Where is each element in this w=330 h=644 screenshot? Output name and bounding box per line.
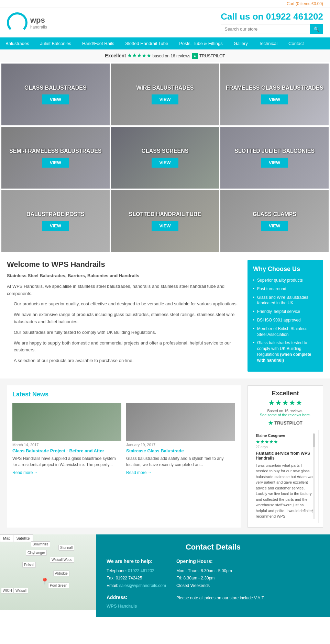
view-wire-bal-btn[interactable]: VIEW [152, 94, 178, 104]
why-bold: (when complete with handrail) [257, 352, 311, 363]
news-title-1[interactable]: Glass Balustrade Project - Before and Af… [12, 448, 121, 453]
contact-hours-title: Opening Hours: [176, 558, 264, 564]
map-tab: Map Satellite [0, 534, 33, 542]
main-content: Welcome to WPS Handrails Stainless Steel… [0, 253, 330, 379]
product-card-semi-frame: SEMI-FRAMELESS BALUSTRADES VIEW [1, 127, 110, 189]
scrollbar[interactable] [313, 433, 315, 519]
search-button[interactable]: 🔍 [310, 24, 323, 34]
product-card-glass-bal: GLASS BALUSTRADES VIEW [1, 64, 110, 125]
reviews-stars: ★★★★★ [252, 398, 319, 407]
reviews-see-link[interactable]: See some of the reviews here. [260, 413, 311, 417]
news-title-2[interactable]: Staircase Glass Balustrade [126, 448, 235, 453]
welcome-para4: We are happy to supply both domestic and… [14, 340, 241, 354]
contact-phone-link[interactable]: 01922 461202 [128, 568, 154, 573]
map-label-wich: WICH [1, 588, 14, 594]
reviews-based-on: Based on 16 reviews. [267, 409, 303, 413]
search-input[interactable] [221, 24, 310, 34]
product-title: GLASS CLAMPS [249, 211, 300, 217]
map-label-stonnall: Stonnall [58, 545, 74, 551]
cart-link[interactable]: Cart (0 items £0.00) [287, 1, 323, 6]
product-title: BALUSTRADE POSTS [23, 211, 88, 217]
welcome-para3: Our balustrades are fully tested to comp… [14, 329, 241, 336]
contact-address-company[interactable]: WPS Handrails [107, 603, 137, 609]
contact-fax-number: 01922 742425 [116, 576, 142, 580]
nav-posts[interactable]: Posts, Tube & Fittings [174, 37, 228, 49]
contact-fax: Fax: 01922 742425 [107, 575, 166, 582]
map-tab-map[interactable]: Map [0, 535, 13, 542]
view-glass-bal-btn[interactable]: VIEW [42, 94, 69, 104]
product-card-juliet: SLOTTED JULIET BALCONIES VIEW [220, 127, 329, 189]
search-bar: 🔍 [221, 24, 323, 34]
review-ago: 27 days [256, 445, 315, 449]
nav-slotted[interactable]: Slotted Handrail Tube [120, 37, 174, 49]
contact-hours2: Fri: 8.30am - 2.30pm [176, 575, 264, 582]
logo-text: wps handrails [30, 16, 47, 30]
read-more-1[interactable]: Read more [12, 470, 38, 475]
contact-help-title: We are here to help: [107, 558, 166, 564]
map-label-clayhanger: Clayhanger [26, 550, 47, 556]
view-glass-screen-btn[interactable]: VIEW [152, 158, 178, 168]
product-title: FRAMELESS GLASS BALUSTRADES [222, 85, 327, 91]
why-item-5: BSI ISO 9001 approved [253, 317, 318, 323]
nav-balustrades[interactable]: Balustrades [0, 37, 35, 49]
product-title: WIRE BALUSTRADES [133, 85, 197, 91]
trust-bar: Excellent ★★★★★ based on 16 reviews ★ TR… [0, 49, 330, 62]
product-title: SEMI-FRAMELESS BALUSTRADES [6, 148, 105, 154]
welcome-para1: Our products are superior quality, cost … [14, 301, 241, 308]
trustpilot-label: TRUSTPILOT [274, 420, 302, 426]
welcome-title: Welcome to WPS Handrails [7, 260, 241, 269]
nav-juliet[interactable]: Juliet Balconies [35, 37, 77, 49]
product-card-posts: BALUSTRADE POSTS VIEW [1, 190, 110, 252]
logo-wps: wps [30, 16, 47, 25]
nav-technical[interactable]: Technical [253, 37, 283, 49]
trust-count: 16 [170, 54, 175, 58]
main-left: Welcome to WPS Handrails Stainless Steel… [7, 260, 241, 372]
review-stars: ★★★★★ [256, 439, 315, 444]
news-grid: March 14, 2017 Glass Balustrade Project … [12, 403, 235, 475]
trustpilot-badge: ★ TRUSTPILOT [252, 420, 319, 426]
why-choose-panel: Why Choose Us Superior quality products … [248, 260, 323, 372]
contact-address-title: Address: [107, 595, 166, 600]
view-semi-frame-btn[interactable]: VIEW [42, 158, 69, 168]
welcome-para5: A selection of our products are availabl… [14, 357, 241, 364]
header: wps handrails Call us on 01922 461202 🔍 [0, 8, 330, 37]
product-card-glass-screen: GLASS SCREENS VIEW [111, 127, 219, 189]
why-item-7: Glass balustrades tested to comply with … [253, 340, 318, 363]
view-frameless-btn[interactable]: VIEW [261, 94, 288, 104]
contact-phone: Telephone: 01922 461202 [107, 567, 166, 575]
product-title: SLOTTED JULIET BALCONIES [231, 148, 318, 154]
logo-icon [7, 12, 28, 33]
trust-excellent: Excellent [105, 53, 126, 58]
view-posts-btn[interactable]: VIEW [42, 221, 69, 231]
welcome-title-bold: WPS Handrails [51, 260, 105, 269]
contact-cols: We are here to help: Telephone: 01922 46… [107, 558, 320, 609]
contact-email-link[interactable]: sales@wpshandrails.com [119, 583, 166, 588]
contact-phone-label: Telephone: [107, 568, 128, 573]
view-clamps-btn[interactable]: VIEW [261, 221, 288, 231]
product-title: GLASS SCREENS [138, 148, 192, 154]
nav-contact[interactable]: Contact [283, 37, 309, 49]
tp-star-icon: ★ [268, 420, 273, 426]
product-card-wire-bal: WIRE BALUSTRADES VIEW [111, 64, 219, 125]
view-slotted-btn[interactable]: VIEW [152, 221, 178, 231]
footer-contact: Contact Details We are here to help: Tel… [96, 534, 330, 617]
trust-reviews: reviews [176, 54, 190, 58]
trustpilot-logo: TRUSTPILOT [199, 54, 225, 58]
view-juliet-btn[interactable]: VIEW [261, 158, 288, 168]
product-grid: GLASS BALUSTRADES VIEW WIRE BALUSTRADES … [0, 62, 330, 253]
header-right: Call us on 01922 461202 🔍 [221, 11, 323, 34]
why-item-6: Member of British Stainless Steel Associ… [253, 326, 318, 338]
nav-handrails[interactable]: Hand/Foot Rails [77, 37, 120, 49]
contact-title: Contact Details [107, 543, 320, 552]
read-more-2[interactable]: Read more [126, 470, 152, 475]
reviewer-name: Elaine Cosgrave [256, 433, 315, 438]
trust-based: based on [152, 54, 170, 58]
review-title: Fantastic service from WPS Handrails [256, 451, 315, 461]
why-list: Superior quality products Fast turnaroun… [253, 278, 318, 363]
nav-gallery[interactable]: Gallery [228, 37, 253, 49]
welcome-para2: We have an extensive range of products i… [14, 311, 241, 326]
review-card: Elaine Cosgrave ★★★★★ 27 days Fantastic … [252, 430, 319, 523]
map-tab-satellite[interactable]: Satellite [13, 535, 33, 542]
review-text: I was uncertain what parts I needed to b… [256, 463, 315, 519]
map-label-walsall-wood: Walsall Wood [50, 557, 74, 563]
